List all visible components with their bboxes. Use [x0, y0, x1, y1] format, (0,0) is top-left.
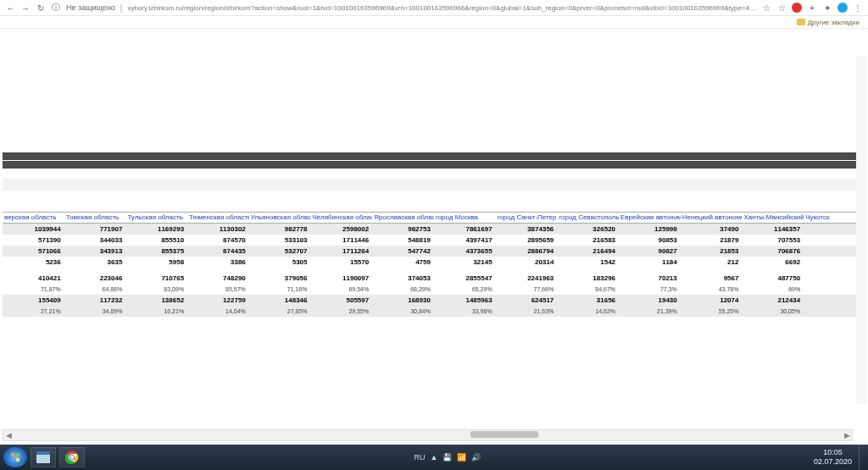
data-cell: 223046: [64, 273, 126, 284]
data-cell: 183296: [557, 273, 619, 284]
region-header[interactable]: Ярославская область: [372, 213, 434, 224]
data-cell: 83,09%: [125, 284, 187, 295]
data-cell: 65,29%: [434, 284, 496, 295]
address-url[interactable]: vybory.izbirkom.ru/region/region/izbirko…: [127, 4, 756, 12]
data-cell: 874435: [187, 246, 249, 257]
scroll-left-arrow-icon[interactable]: ◀: [3, 431, 14, 440]
data-cell: 982778: [249, 224, 311, 235]
data-cell: 855375: [125, 246, 187, 257]
region-header[interactable]: Ненецкий автономный округ: [681, 213, 743, 224]
region-header[interactable]: город Москва: [434, 213, 496, 224]
data-cell: 33,98%: [434, 306, 496, 317]
taskbar-explorer-icon[interactable]: [31, 447, 56, 467]
data-cell: 19430: [619, 295, 681, 306]
system-tray[interactable]: RU ▲ 💾 📶 🔊: [415, 453, 481, 462]
data-cell: 43,78%: [681, 284, 743, 295]
data-cell: 15570: [311, 257, 373, 268]
region-header[interactable]: верская область: [3, 213, 64, 224]
table-row: 1554091172321386521227591483465055971689…: [3, 295, 865, 306]
data-cell: 710765: [125, 273, 187, 284]
data-cell: 343913: [64, 246, 126, 257]
svg-rect-5: [36, 451, 50, 455]
menu-icon[interactable]: ⋮: [853, 3, 863, 13]
data-cell: 1190097: [311, 273, 373, 284]
table-row: 1039944771907116929311303029827782598002…: [3, 224, 865, 235]
data-cell: 71,87%: [3, 284, 64, 295]
data-cell: 410421: [3, 273, 64, 284]
region-header[interactable]: Ханты-Мансийский автономный округ - Югра: [742, 213, 804, 224]
data-cell: 14,04%: [187, 306, 249, 317]
data-cell: 27,21%: [3, 306, 64, 317]
region-header[interactable]: Томская область: [64, 213, 126, 224]
data-cell: 548819: [372, 235, 434, 246]
start-button[interactable]: [3, 447, 27, 467]
forward-button[interactable]: →: [20, 3, 31, 13]
data-cell: 374053: [372, 273, 434, 284]
other-bookmarks-folder[interactable]: Другие закладки: [797, 19, 860, 26]
bookmark-star-icon[interactable]: ☆: [776, 3, 787, 13]
region-header[interactable]: Тюменская область: [187, 213, 249, 224]
data-cell: 344033: [64, 235, 126, 246]
data-cell: 138652: [125, 295, 187, 306]
data-cell: 5958: [125, 257, 187, 268]
data-cell: 706876: [742, 246, 804, 257]
region-header[interactable]: Челябинская область: [311, 213, 373, 224]
scroll-right-arrow-icon[interactable]: ▶: [842, 431, 852, 440]
data-cell: 21,63%: [496, 306, 558, 317]
data-cell: 31656: [557, 295, 619, 306]
data-cell: 21853: [681, 246, 743, 257]
windows-taskbar: RU ▲ 💾 📶 🔊 10:05 02.07.2020: [0, 445, 868, 470]
region-header[interactable]: Тульская область: [125, 213, 187, 224]
data-cell: 77,3%: [619, 284, 681, 295]
data-cell: 212434: [742, 295, 804, 306]
data-cell: 7861697: [434, 224, 496, 235]
vertical-scrollbar[interactable]: [856, 56, 866, 404]
puzzle-icon[interactable]: ✦: [822, 3, 832, 13]
data-cell: 117232: [64, 295, 126, 306]
tray-lang[interactable]: RU: [415, 453, 426, 462]
data-cell: 69,54%: [311, 284, 373, 295]
data-cell: 5236: [3, 257, 64, 268]
region-header[interactable]: Еврейская автономная область: [619, 213, 681, 224]
extensions-icon[interactable]: +: [807, 3, 817, 13]
data-cell: 85,57%: [187, 284, 249, 295]
data-cell: 9567: [681, 273, 743, 284]
horizontal-scrollbar[interactable]: ◀ ▶: [3, 429, 853, 441]
data-cell: 90853: [619, 235, 681, 246]
scroll-thumb[interactable]: [470, 431, 538, 438]
region-header[interactable]: город Севастополь: [557, 213, 619, 224]
back-button[interactable]: ←: [5, 3, 15, 13]
table-row: 71,87%64,86%83,09%85,57%71,16%69,54%68,2…: [3, 284, 865, 295]
svg-point-1: [16, 453, 20, 457]
dark-band: [3, 161, 865, 169]
taskbar-clock[interactable]: 10:05 02.07.2020: [814, 448, 859, 467]
taskbar-chrome-icon[interactable]: [59, 447, 85, 467]
data-cell: 12074: [681, 295, 743, 306]
data-cell: 29,55%: [311, 306, 373, 317]
tray-network-icon[interactable]: 📶: [457, 453, 466, 462]
results-table: верская областьТомская областьТульская о…: [3, 212, 865, 317]
extension-adblock-icon[interactable]: [792, 3, 802, 13]
data-cell: 624517: [496, 295, 558, 306]
show-desktop-button[interactable]: [859, 445, 865, 470]
data-cell: 69%: [742, 284, 804, 295]
data-cell: 771907: [64, 224, 126, 235]
reload-button[interactable]: ↻: [36, 3, 46, 13]
tray-flag-icon[interactable]: ▲: [431, 453, 438, 462]
region-header[interactable]: город Санкт-Петербург: [496, 213, 558, 224]
data-cell: 84,67%: [557, 284, 619, 295]
data-cell: 4759: [372, 257, 434, 268]
tray-sound-icon[interactable]: 🔊: [471, 453, 481, 462]
data-cell: 125998: [619, 224, 681, 235]
view-site-info-icon[interactable]: ☆: [761, 3, 771, 13]
data-cell: 5305: [249, 257, 311, 268]
bookmarks-label: Другие закладки: [808, 19, 860, 26]
svg-point-0: [11, 453, 15, 457]
region-header[interactable]: Ульяновская область: [249, 213, 311, 224]
info-icon[interactable]: ⓘ: [51, 3, 61, 13]
data-cell: 2855547: [434, 273, 496, 284]
data-cell: 71,16%: [249, 284, 311, 295]
profile-avatar-icon[interactable]: [837, 3, 848, 13]
data-cell: 212: [681, 257, 743, 268]
tray-safe-remove-icon[interactable]: 💾: [442, 453, 452, 462]
